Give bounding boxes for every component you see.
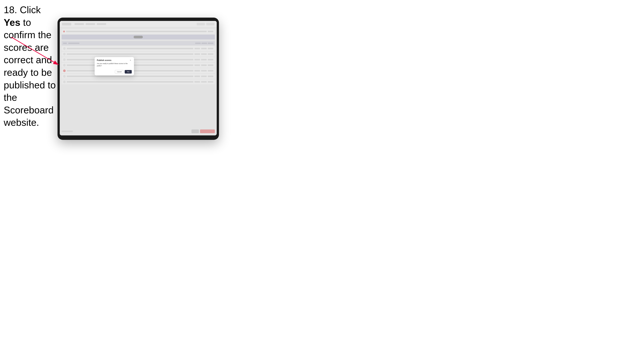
close-icon[interactable]: ×: [129, 59, 132, 61]
modal-header: Publish scores ×: [94, 57, 134, 63]
modal-footer: Cancel Yes: [94, 69, 134, 75]
modal-overlay: [60, 21, 217, 135]
modal-message: Are you ready to publish these scores to…: [97, 63, 132, 67]
yes-button[interactable]: Yes: [125, 70, 132, 74]
tablet-device: Publish scores × Are you ready to publis…: [58, 17, 219, 140]
step-number: 18.: [4, 4, 17, 15]
cancel-button[interactable]: Cancel: [115, 70, 124, 74]
modal-title: Publish scores: [97, 59, 111, 61]
publish-scores-modal: Publish scores × Are you ready to publis…: [94, 57, 134, 75]
instruction-text: 18. Click Yes to confirm the scores are …: [4, 4, 58, 129]
modal-body: Are you ready to publish these scores to…: [94, 63, 134, 69]
tablet-screen: Publish scores × Are you ready to publis…: [60, 21, 217, 135]
